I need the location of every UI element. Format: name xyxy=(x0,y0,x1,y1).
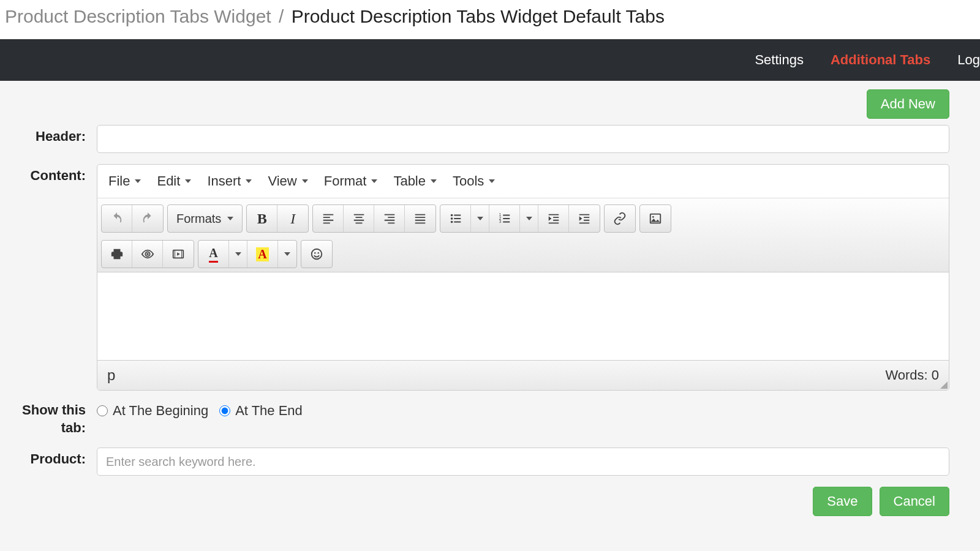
editor-word-count: Words: 0 xyxy=(885,367,939,383)
breadcrumb-separator: / xyxy=(276,6,286,26)
menu-table[interactable]: Table xyxy=(393,173,437,189)
show-tab-label: Show this tab: xyxy=(5,402,97,437)
indent-button[interactable] xyxy=(569,205,600,232)
menu-view[interactable]: View xyxy=(268,173,307,189)
menu-tools[interactable]: Tools xyxy=(453,173,495,189)
chevron-down-icon xyxy=(489,179,495,183)
breadcrumb: Product Description Tabs Widget / Produc… xyxy=(0,0,980,39)
bg-color-dropdown[interactable] xyxy=(278,241,296,268)
numbered-list-button[interactable]: 123 xyxy=(489,205,520,232)
chevron-down-icon xyxy=(135,179,141,183)
link-icon xyxy=(613,212,627,225)
italic-button[interactable]: I xyxy=(277,205,308,232)
redo-icon xyxy=(141,212,154,225)
menu-edit[interactable]: Edit xyxy=(157,173,191,189)
product-label: Product: xyxy=(5,448,97,476)
chevron-down-icon xyxy=(185,179,191,183)
svg-point-7 xyxy=(652,216,654,218)
editor-path[interactable]: p xyxy=(107,367,115,384)
svg-point-8 xyxy=(146,253,149,255)
svg-point-12 xyxy=(318,252,319,253)
nav-log[interactable]: Log xyxy=(944,52,980,68)
cancel-button[interactable]: Cancel xyxy=(880,487,949,516)
svg-text:3: 3 xyxy=(499,219,502,223)
media-icon xyxy=(172,247,185,261)
menu-format[interactable]: Format xyxy=(324,173,378,189)
nav-additional-tabs[interactable]: Additional Tabs xyxy=(817,52,944,68)
save-button[interactable]: Save xyxy=(813,487,872,516)
navbar: Settings Additional Tabs Log xyxy=(0,39,980,81)
redo-button[interactable] xyxy=(132,205,163,232)
text-color-button[interactable]: A xyxy=(198,241,229,268)
align-left-icon xyxy=(322,212,335,225)
chevron-down-icon xyxy=(227,217,233,220)
italic-icon: I xyxy=(290,211,295,227)
chevron-down-icon xyxy=(371,179,377,183)
print-button[interactable] xyxy=(102,241,132,268)
bg-color-button[interactable]: A xyxy=(247,241,278,268)
bullet-list-dropdown[interactable] xyxy=(471,205,489,232)
align-right-button[interactable] xyxy=(374,205,405,232)
chevron-down-icon xyxy=(477,217,483,220)
svg-point-10 xyxy=(312,249,322,260)
svg-point-11 xyxy=(314,252,315,253)
product-search-input[interactable] xyxy=(97,448,949,476)
header-input[interactable] xyxy=(97,125,949,153)
undo-button[interactable] xyxy=(102,205,132,232)
link-button[interactable] xyxy=(605,205,635,232)
align-right-icon xyxy=(383,212,396,225)
image-button[interactable] xyxy=(640,205,671,232)
breadcrumb-current: Product Description Tabs Widget Default … xyxy=(292,6,665,26)
editor-content-area[interactable] xyxy=(97,272,949,361)
svg-point-2 xyxy=(451,221,453,223)
chevron-down-icon xyxy=(526,217,532,220)
image-icon xyxy=(649,212,662,225)
header-label: Header: xyxy=(5,125,97,153)
smile-icon xyxy=(310,247,323,261)
rich-text-editor: File Edit Insert View Format Table Tools xyxy=(97,164,949,391)
menu-file[interactable]: File xyxy=(108,173,141,189)
text-color-dropdown[interactable] xyxy=(229,241,247,268)
formats-dropdown[interactable]: Formats xyxy=(168,205,242,232)
chevron-down-icon xyxy=(431,179,437,183)
menu-insert[interactable]: Insert xyxy=(207,173,252,189)
content-label: Content: xyxy=(5,164,97,391)
resize-grip-icon[interactable] xyxy=(939,380,948,389)
bullet-list-button[interactable] xyxy=(440,205,471,232)
text-color-icon: A xyxy=(209,246,217,263)
indent-icon xyxy=(578,212,591,225)
align-justify-icon xyxy=(413,212,427,225)
eye-icon xyxy=(141,247,154,261)
editor-statusbar: p Words: 0 xyxy=(97,361,949,390)
editor-toolbar: Formats B I xyxy=(97,198,949,272)
radio-at-beginning[interactable] xyxy=(97,405,108,416)
breadcrumb-parent-link[interactable]: Product Description Tabs Widget xyxy=(5,6,271,26)
bold-icon: B xyxy=(257,211,267,227)
radio-at-end-label[interactable]: At The End xyxy=(235,403,303,419)
outdent-button[interactable] xyxy=(538,205,569,232)
chevron-down-icon xyxy=(235,252,241,256)
numbered-list-icon: 123 xyxy=(498,212,511,225)
align-center-icon xyxy=(352,212,366,225)
bullet-list-icon xyxy=(449,212,462,225)
preview-button[interactable] xyxy=(132,241,163,268)
undo-icon xyxy=(110,212,124,225)
emoji-button[interactable] xyxy=(301,241,332,268)
radio-at-beginning-label[interactable]: At The Begining xyxy=(113,403,208,419)
align-justify-button[interactable] xyxy=(405,205,435,232)
media-button[interactable] xyxy=(163,241,194,268)
svg-point-0 xyxy=(451,214,453,217)
numbered-list-dropdown[interactable] xyxy=(520,205,538,232)
align-left-button[interactable] xyxy=(313,205,344,232)
bold-button[interactable]: B xyxy=(247,205,277,232)
chevron-down-icon xyxy=(246,179,252,183)
align-center-button[interactable] xyxy=(344,205,374,232)
add-new-button[interactable]: Add New xyxy=(867,89,949,119)
radio-at-end[interactable] xyxy=(219,405,230,416)
outdent-icon xyxy=(547,212,560,225)
print-icon xyxy=(110,247,124,261)
nav-settings[interactable]: Settings xyxy=(741,52,817,68)
svg-point-1 xyxy=(451,217,453,220)
bg-color-icon: A xyxy=(256,247,268,261)
chevron-down-icon xyxy=(302,179,308,183)
